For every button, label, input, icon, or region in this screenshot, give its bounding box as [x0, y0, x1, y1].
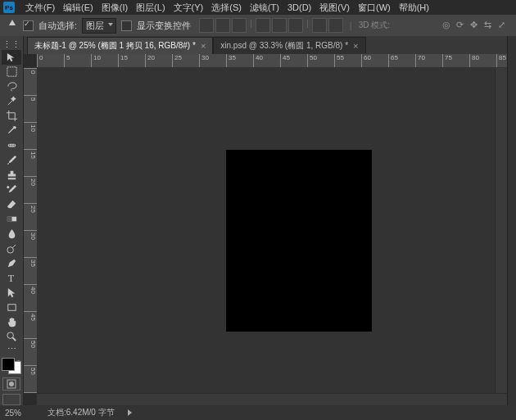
rectangle-tool[interactable] — [2, 300, 21, 314]
tool-hidden-icon[interactable]: ⋯ — [2, 344, 21, 355]
ruler-tick: 25 — [24, 203, 37, 213]
menu-file[interactable]: 文件(F) — [21, 2, 59, 14]
ruler-tick: 70 — [415, 54, 425, 67]
stamp-tool[interactable] — [2, 168, 21, 183]
document-tab[interactable]: 未标题-1 @ 25% (椭圆 1 拷贝 16, RGB/8#) * × — [27, 37, 213, 54]
ruler-horizontal[interactable]: 0510152025303540455055606570758085 — [37, 54, 507, 68]
foreground-color[interactable] — [2, 358, 15, 371]
align-right-icon[interactable] — [288, 18, 303, 33]
distribute-h-icon[interactable] — [312, 18, 327, 33]
menu-3d[interactable]: 3D(D) — [283, 2, 315, 12]
show-transform-checkbox[interactable] — [121, 20, 132, 31]
options-bar: 自动选择: 图层 显示变换控件 | | | 3D 模式: ◎ ⟳ ✥ ⇆ ⤢ — [0, 15, 516, 37]
svg-rect-0 — [7, 67, 16, 76]
quick-mask-toggle[interactable] — [2, 377, 20, 391]
align-left-icon[interactable] — [256, 18, 270, 33]
brush-tool[interactable] — [2, 153, 21, 168]
gradient-tool[interactable] — [2, 212, 21, 227]
align-group: | | — [199, 18, 343, 33]
lasso-tool[interactable] — [2, 79, 21, 94]
ruler-tick: 10 — [24, 122, 37, 132]
eyedropper-tool[interactable] — [2, 124, 21, 138]
distribute-v-icon[interactable] — [328, 18, 343, 33]
tab-label: xin.psd @ 33.3% (椭圆 1, RGB/8) * — [220, 40, 348, 52]
separator: | — [250, 18, 252, 33]
menu-filter[interactable]: 滤镜(T) — [246, 2, 283, 14]
screen-mode-toggle[interactable] — [2, 394, 20, 404]
type-tool[interactable]: T — [2, 270, 21, 285]
3d-pan-icon[interactable]: ✥ — [470, 20, 482, 31]
path-select-tool[interactable] — [2, 285, 21, 300]
dodge-tool[interactable] — [2, 241, 21, 255]
ruler-tick: 10 — [91, 54, 101, 67]
ruler-tick: 60 — [24, 392, 37, 393]
ruler-tick: 25 — [172, 54, 182, 67]
svg-rect-6 — [7, 217, 11, 222]
align-top-icon[interactable] — [199, 18, 214, 33]
menu-type[interactable]: 文字(Y) — [170, 2, 208, 14]
ruler-tick: 0 — [37, 54, 43, 67]
menu-select[interactable]: 选择(S) — [207, 2, 246, 14]
marquee-tool[interactable] — [2, 65, 21, 79]
svg-point-7 — [7, 247, 13, 254]
mode-3d-label: 3D 模式: — [359, 20, 390, 31]
ruler-tick: 55 — [334, 54, 344, 67]
panel-dock[interactable] — [507, 36, 516, 405]
zoom-tool[interactable] — [2, 329, 21, 344]
status-menu-icon[interactable] — [128, 409, 132, 416]
close-tab-icon[interactable]: × — [353, 41, 358, 51]
align-bottom-icon[interactable] — [232, 18, 247, 33]
menu-layer[interactable]: 图层(L) — [132, 2, 169, 14]
scrollbar-horizontal[interactable] — [37, 393, 507, 405]
align-vcenter-icon[interactable] — [215, 18, 230, 33]
ruler-tick: 40 — [253, 54, 263, 67]
healing-tool[interactable] — [2, 138, 21, 153]
canvas[interactable] — [38, 68, 495, 393]
artboard[interactable] — [226, 150, 372, 332]
svg-point-4 — [13, 145, 15, 147]
move-tool[interactable] — [2, 50, 21, 65]
ruler-tick: 15 — [118, 54, 128, 67]
eraser-tool[interactable] — [2, 197, 21, 212]
3d-scale-icon[interactable]: ⤢ — [498, 20, 509, 31]
3d-roll-icon[interactable]: ⟳ — [456, 20, 468, 31]
menu-help[interactable]: 帮助(H) — [395, 2, 433, 14]
crop-tool[interactable] — [2, 109, 21, 124]
svg-rect-9 — [7, 304, 15, 310]
ruler-tick: 5 — [24, 95, 37, 101]
menu-edit[interactable]: 编辑(E) — [59, 2, 97, 14]
align-hcenter-icon[interactable] — [272, 18, 287, 33]
scrollbar-vertical[interactable] — [495, 68, 507, 393]
history-brush-tool[interactable] — [2, 183, 21, 197]
ruler-tick: 85 — [496, 54, 506, 67]
auto-select-checkbox[interactable] — [23, 20, 34, 31]
wand-tool[interactable] — [2, 94, 21, 109]
close-tab-icon[interactable]: × — [201, 41, 206, 51]
ruler-tick: 60 — [361, 54, 371, 67]
3d-orbit-icon[interactable]: ◎ — [442, 20, 454, 31]
svg-point-2 — [8, 145, 10, 147]
document-tab[interactable]: xin.psd @ 33.3% (椭圆 1, RGB/8) * × — [213, 37, 365, 54]
hand-tool[interactable] — [2, 314, 21, 329]
toolbar-grip[interactable]: ⋮⋮ — [2, 39, 21, 50]
ruler-tick: 45 — [280, 54, 290, 67]
document-area: 未标题-1 @ 25% (椭圆 1 拷贝 16, RGB/8#) * × xin… — [24, 36, 507, 405]
menu-window[interactable]: 窗口(W) — [354, 2, 395, 14]
color-swatches[interactable]: ⤺ — [2, 358, 21, 374]
menu-image[interactable]: 图像(I) — [97, 2, 132, 14]
auto-select-target-dropdown[interactable]: 图层 — [82, 18, 116, 34]
ruler-vertical[interactable]: 05101520253035404550556065 — [24, 68, 38, 393]
blur-tool[interactable] — [2, 227, 21, 242]
zoom-level[interactable]: 25% — [5, 409, 38, 418]
current-tool-icon — [7, 20, 18, 31]
ruler-tick: 75 — [442, 54, 452, 67]
svg-text:T: T — [7, 273, 14, 284]
svg-point-10 — [7, 332, 13, 339]
3d-slide-icon[interactable]: ⇆ — [484, 20, 496, 31]
status-bar: 25% 文档:6.42M/0 字节 — [0, 405, 516, 420]
doc-info[interactable]: 文档:6.42M/0 字节 — [48, 407, 115, 418]
app-logo: Ps — [3, 2, 15, 13]
pen-tool[interactable] — [2, 255, 21, 270]
menu-view[interactable]: 视图(V) — [315, 2, 354, 14]
ruler-tick: 0 — [24, 68, 37, 74]
